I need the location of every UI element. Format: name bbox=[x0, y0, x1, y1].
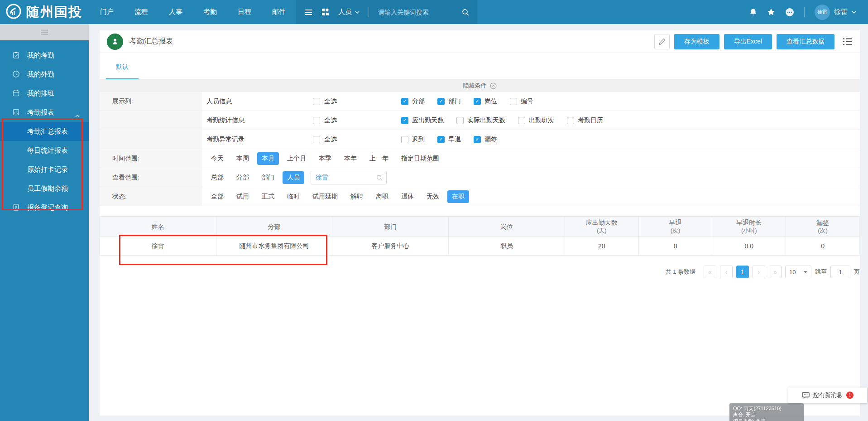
bell-icon[interactable] bbox=[749, 8, 757, 16]
more-options-icon[interactable] bbox=[785, 8, 794, 17]
jump-page-input[interactable] bbox=[830, 266, 850, 278]
global-search-input[interactable] bbox=[378, 9, 453, 16]
checkbox[interactable] bbox=[313, 98, 320, 105]
nav-item-attendance[interactable]: 考勤 bbox=[193, 0, 227, 24]
list-view-icon[interactable] bbox=[843, 38, 853, 46]
search-icon[interactable] bbox=[462, 9, 469, 16]
select-all-option[interactable]: 全选 bbox=[313, 116, 401, 125]
sidebar-item-my-fieldwork[interactable]: 我的外勤 bbox=[0, 65, 89, 84]
col-early-leave: 早退(次) bbox=[638, 217, 712, 237]
select-all-label: 全选 bbox=[324, 116, 337, 125]
checkbox[interactable] bbox=[456, 117, 464, 124]
tab-default[interactable]: 默认 bbox=[106, 63, 139, 79]
status-option-probation[interactable]: 试用 bbox=[232, 190, 254, 203]
export-excel-button[interactable]: 导出Excel bbox=[724, 34, 772, 49]
status-option-probation-extended[interactable]: 试用延期 bbox=[308, 190, 342, 203]
filter-row-view-scope: 查看范围: 总部 分部 部门 人员 bbox=[100, 168, 860, 187]
checkbox[interactable] bbox=[437, 136, 445, 143]
checkbox[interactable] bbox=[474, 136, 481, 143]
sidebar-item-my-shifts[interactable]: 我的排班 bbox=[0, 84, 89, 103]
checkbox-option[interactable]: 出勤班次 bbox=[518, 116, 554, 125]
status-option-invalid[interactable]: 无效 bbox=[422, 190, 444, 203]
sidebar-subitem-daily-report[interactable]: 每日统计报表 bbox=[0, 141, 89, 160]
sidebar-item-my-attendance[interactable]: 我的考勤 bbox=[0, 46, 89, 65]
group-name: 人员信息 bbox=[206, 97, 313, 106]
nav-item-hr[interactable]: 人事 bbox=[158, 0, 193, 24]
divider bbox=[804, 7, 805, 17]
checkbox[interactable] bbox=[437, 98, 445, 105]
status-option-active[interactable]: 在职 bbox=[447, 190, 469, 203]
sidebar-item-report-registration[interactable]: 报备登记查询 bbox=[0, 198, 89, 217]
checkbox[interactable] bbox=[474, 98, 481, 105]
apps-grid-icon[interactable] bbox=[321, 8, 329, 16]
sidebar-subitem-leave-balance[interactable]: 员工假期余额 bbox=[0, 179, 89, 198]
sidebar: 我的考勤 我的外勤 我的排班 考勤报表 考勤汇总报表 每日统计报表 原始打卡记录 bbox=[0, 24, 89, 421]
time-option-last-year[interactable]: 上一年 bbox=[365, 152, 393, 165]
new-message-bar[interactable]: 您有新消息 1 bbox=[788, 387, 867, 403]
last-page-button[interactable]: » bbox=[769, 266, 782, 278]
time-option-last-month[interactable]: 上个月 bbox=[283, 152, 311, 165]
table-row: 徐雷 随州市水务集团有限公司 客户服务中心 职员 20 0 0.0 0 bbox=[100, 237, 860, 256]
time-option-this-quarter[interactable]: 本季 bbox=[314, 152, 336, 165]
first-page-button[interactable]: « bbox=[704, 266, 716, 278]
nav-item-workflow[interactable]: 流程 bbox=[124, 0, 158, 24]
checkbox[interactable] bbox=[313, 117, 320, 124]
time-option-custom-range[interactable]: 指定日期范围 bbox=[397, 152, 444, 165]
scope-option-headquarters[interactable]: 总部 bbox=[206, 171, 228, 184]
checkbox-option[interactable]: 考勤日历 bbox=[567, 116, 603, 125]
checkbox-option[interactable]: 实际出勤天数 bbox=[456, 116, 505, 125]
view-summary-button[interactable]: 查看汇总数据 bbox=[777, 34, 834, 49]
nav-item-mail[interactable]: 邮件 bbox=[262, 0, 296, 24]
checkbox[interactable] bbox=[510, 98, 517, 105]
option-label: 出勤班次 bbox=[529, 116, 554, 125]
person-search bbox=[311, 171, 387, 184]
nav-item-portal[interactable]: 门户 bbox=[90, 0, 124, 24]
star-icon[interactable] bbox=[767, 8, 775, 16]
next-page-button[interactable]: › bbox=[753, 266, 765, 278]
status-option-all[interactable]: 全部 bbox=[206, 190, 228, 203]
status-option-dismissed[interactable]: 解聘 bbox=[346, 190, 368, 203]
status-option-formal[interactable]: 正式 bbox=[257, 190, 279, 203]
nav-item-schedule[interactable]: 日程 bbox=[227, 0, 262, 24]
hamburger-icon[interactable] bbox=[304, 9, 312, 15]
scope-option-person[interactable]: 人员 bbox=[283, 171, 304, 184]
user-menu[interactable]: 徐雷 徐雷 bbox=[815, 5, 856, 20]
status-option-resigned[interactable]: 离职 bbox=[371, 190, 393, 203]
hide-conditions-toggle[interactable]: 隐藏条件 bbox=[100, 79, 860, 92]
sidebar-collapse-toggle[interactable] bbox=[0, 24, 89, 40]
scope-option-department[interactable]: 部门 bbox=[257, 171, 279, 184]
checkbox-option[interactable]: 早退 bbox=[437, 135, 461, 144]
page-size-select[interactable]: 10 bbox=[785, 266, 811, 278]
checkbox-option[interactable]: 编号 bbox=[510, 97, 533, 106]
checkbox-option[interactable]: 分部 bbox=[401, 97, 425, 106]
checkbox-option[interactable]: 应出勤天数 bbox=[401, 116, 444, 125]
status-option-retired[interactable]: 退休 bbox=[397, 190, 418, 203]
checkbox-option[interactable]: 岗位 bbox=[474, 97, 497, 106]
checkbox[interactable] bbox=[401, 136, 408, 143]
sidebar-subitem-summary-report[interactable]: 考勤汇总报表 bbox=[0, 122, 89, 141]
checkbox[interactable] bbox=[313, 136, 320, 143]
time-option-this-week[interactable]: 本周 bbox=[232, 152, 254, 165]
checkbox[interactable] bbox=[401, 98, 408, 105]
prev-page-button[interactable]: ‹ bbox=[720, 266, 733, 278]
checkbox-option[interactable]: 迟到 bbox=[401, 135, 425, 144]
checkbox-option[interactable]: 漏签 bbox=[474, 135, 497, 144]
checkbox-option[interactable]: 部门 bbox=[437, 97, 461, 106]
save-template-button[interactable]: 存为模板 bbox=[674, 34, 719, 49]
time-option-this-year[interactable]: 本年 bbox=[340, 152, 361, 165]
time-option-this-month[interactable]: 本月 bbox=[257, 152, 279, 165]
search-category-dropdown[interactable]: 人员 bbox=[338, 8, 360, 16]
sidebar-subitem-raw-punch-records[interactable]: 原始打卡记录 bbox=[0, 160, 89, 179]
select-all-option[interactable]: 全选 bbox=[313, 97, 401, 106]
scope-option-branch[interactable]: 分部 bbox=[232, 171, 254, 184]
time-option-today[interactable]: 今天 bbox=[206, 152, 228, 165]
status-option-temporary[interactable]: 临时 bbox=[283, 190, 304, 203]
checkbox[interactable] bbox=[567, 117, 574, 124]
person-search-input[interactable] bbox=[311, 171, 387, 184]
select-all-option[interactable]: 全选 bbox=[313, 135, 401, 144]
sidebar-item-attendance-reports[interactable]: 考勤报表 bbox=[0, 103, 89, 122]
checkbox[interactable] bbox=[401, 117, 408, 124]
pen-button[interactable] bbox=[654, 34, 670, 49]
checkbox[interactable] bbox=[518, 117, 525, 124]
page-button-1[interactable]: 1 bbox=[736, 266, 749, 278]
